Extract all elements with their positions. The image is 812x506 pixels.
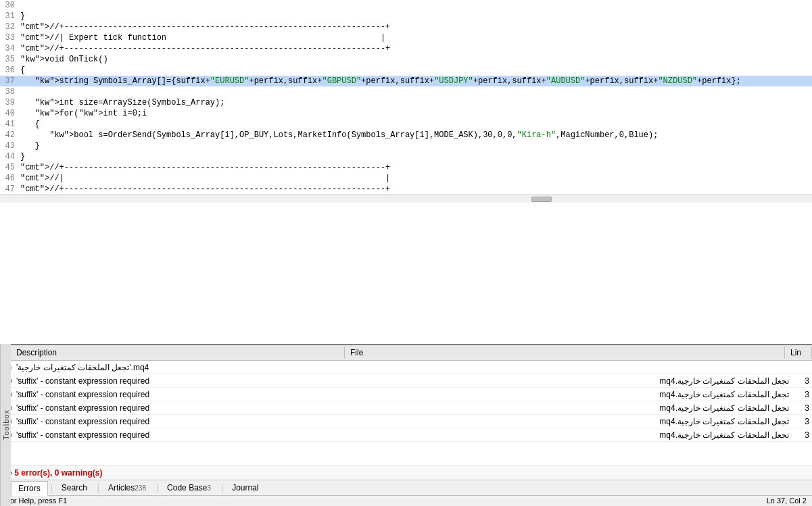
toolbox-text: Toolbox xyxy=(2,410,10,440)
error-file: تجعل الملحقات كمتغيرات خارجية.mq4 xyxy=(345,376,792,386)
code-editor-area: 30 31}32"cmt">//+-----------------------… xyxy=(0,0,812,344)
line-number: 47 xyxy=(0,184,20,195)
error-summary: ⊗ 5 error(s), 0 warning(s) xyxy=(0,465,812,480)
error-file: تجعل الملحقات كمتغيرات خارجية.mq4 xyxy=(345,430,792,440)
line-number: 33 xyxy=(0,32,20,43)
line-content: "kw">void OnTick() xyxy=(20,54,812,65)
code-line: 31} xyxy=(0,11,812,22)
toolbox-label: Toolbox xyxy=(0,344,11,506)
header-description: Description xyxy=(0,347,345,359)
line-number: 43 xyxy=(0,141,20,151)
line-number: 41 xyxy=(0,119,20,130)
tab-badge: 238 xyxy=(135,484,146,492)
line-number: 44 xyxy=(0,151,20,162)
error-file: تجعل الملحقات كمتغيرات خارجية.mq4 xyxy=(345,417,792,426)
error-line-number: 3 xyxy=(792,403,812,413)
tab-articles[interactable]: Articles238 xyxy=(101,480,153,495)
tab-badge: 3 xyxy=(207,484,211,492)
line-number: 36 xyxy=(0,65,20,76)
line-content: { xyxy=(20,65,812,76)
tab-separator: | xyxy=(156,483,158,492)
error-row[interactable]: −'suffix' - constant expression required… xyxy=(0,428,812,442)
tab-code-base[interactable]: Code Base3 xyxy=(160,480,218,495)
line-content xyxy=(20,0,812,11)
line-content: "kw">for("kw">int i=0;i xyxy=(20,108,812,119)
error-row[interactable]: −'suffix' - constant expression required… xyxy=(0,388,812,401)
error-description: 'suffix' - constant expression required xyxy=(14,430,345,440)
code-line: 45"cmt">//+-----------------------------… xyxy=(0,162,812,173)
horizontal-scrollbar[interactable] xyxy=(0,195,812,203)
line-number: 30 xyxy=(0,0,20,11)
tab-separator: | xyxy=(51,483,53,492)
error-description: 'suffix' - constant expression required xyxy=(14,417,345,426)
line-content: } xyxy=(20,151,812,162)
tab-separator: | xyxy=(221,483,223,492)
line-content xyxy=(20,86,812,97)
line-number: 42 xyxy=(0,130,20,141)
line-number: 45 xyxy=(0,162,20,173)
error-description: 'تجعل الملحقات كمتغيرات خارجية'.mq4 xyxy=(14,363,345,372)
line-number: 34 xyxy=(0,43,20,54)
scrollbar-thumb[interactable] xyxy=(531,197,552,202)
error-file: تجعل الملحقات كمتغيرات خارجية.mq4 xyxy=(345,390,792,399)
line-content: } xyxy=(20,141,812,151)
code-line: 44} xyxy=(0,151,812,162)
tab-label: Journal xyxy=(232,483,258,492)
tab-label: Search xyxy=(62,483,87,492)
error-rows-container: i'تجعل الملحقات كمتغيرات خارجية'.mq4−'su… xyxy=(0,361,812,465)
tab-label: Errors xyxy=(18,484,41,493)
header-file: File xyxy=(345,347,785,359)
code-line: 43 } xyxy=(0,141,812,151)
error-line-number: 3 xyxy=(792,417,812,426)
error-row[interactable]: −'suffix' - constant expression required… xyxy=(0,401,812,415)
error-description: 'suffix' - constant expression required xyxy=(14,376,345,386)
tab-label: Articles xyxy=(108,483,135,492)
error-panel: Description File Lin i'تجعل الملحقات كمت… xyxy=(0,344,812,480)
code-line: 30 xyxy=(0,0,812,11)
code-line: 47"cmt">//+-----------------------------… xyxy=(0,184,812,195)
code-editor[interactable]: 30 31}32"cmt">//+-----------------------… xyxy=(0,0,812,195)
status-bar: For Help, press F1 Ln 37, Col 2 xyxy=(0,495,812,506)
code-line: 46"cmt">//| | xyxy=(0,173,812,184)
error-line-number: 3 xyxy=(792,430,812,440)
line-content: { xyxy=(20,119,812,130)
cursor-position: Ln 37, Col 2 xyxy=(767,497,807,505)
help-text: For Help, press F1 xyxy=(5,497,67,505)
error-row[interactable]: −'suffix' - constant expression required… xyxy=(0,374,812,388)
line-number: 39 xyxy=(0,97,20,108)
line-content: "cmt">//| | xyxy=(20,173,812,184)
bottom-panel: ✕ Description File Lin i'تجعل الملحقات ك… xyxy=(0,344,812,506)
code-line: 39 "kw">int size=ArraySize(Symbols_Array… xyxy=(0,97,812,108)
error-row[interactable]: i'تجعل الملحقات كمتغيرات خارجية'.mq4 xyxy=(0,361,812,374)
line-number: 35 xyxy=(0,54,20,65)
code-line: 32"cmt">//+-----------------------------… xyxy=(0,22,812,32)
summary-count: 5 error(s), 0 warning(s) xyxy=(14,468,102,478)
line-content: "cmt">//+-------------------------------… xyxy=(20,22,812,32)
line-content: "kw">int size=ArraySize(Symbols_Array); xyxy=(20,97,812,108)
line-content: "cmt">//| Expert tick function | xyxy=(20,32,812,43)
code-line: 34"cmt">//+-----------------------------… xyxy=(0,43,812,54)
error-table-header: Description File Lin xyxy=(0,345,812,361)
code-line: 35"kw">void OnTick() xyxy=(0,54,812,65)
tab-errors[interactable]: Errors xyxy=(11,481,48,496)
code-line: 33"cmt">//| Expert tick function | xyxy=(0,32,812,43)
line-number: 32 xyxy=(0,22,20,32)
code-line: 38 xyxy=(0,86,812,97)
code-line: 41 { xyxy=(0,119,812,130)
error-description: 'suffix' - constant expression required xyxy=(14,403,345,413)
line-content: "kw">bool s=OrderSend(Symbols_Array[i],O… xyxy=(20,130,812,141)
tab-search[interactable]: Search xyxy=(54,480,95,495)
code-line: 40 "kw">for("kw">int i=0;i xyxy=(0,108,812,119)
line-number: 38 xyxy=(0,86,20,97)
line-content: "kw">string Symbols_Array[]={suffix+"EUR… xyxy=(20,76,812,86)
code-line: 37 "kw">string Symbols_Array[]={suffix+"… xyxy=(0,76,812,86)
code-content: 30 31}32"cmt">//+-----------------------… xyxy=(0,0,812,195)
code-line: 42 "kw">bool s=OrderSend(Symbols_Array[i… xyxy=(0,130,812,141)
error-row[interactable]: −'suffix' - constant expression required… xyxy=(0,415,812,428)
error-file: تجعل الملحقات كمتغيرات خارجية.mq4 xyxy=(345,403,792,413)
tab-journal[interactable]: Journal xyxy=(224,480,266,495)
line-content: "cmt">//+-------------------------------… xyxy=(20,162,812,173)
bottom-tabs-bar: Errors|Search|Articles238|Code Base3|Jou… xyxy=(0,480,812,495)
tab-label: Code Base xyxy=(167,483,207,492)
error-description: 'suffix' - constant expression required xyxy=(14,390,345,399)
